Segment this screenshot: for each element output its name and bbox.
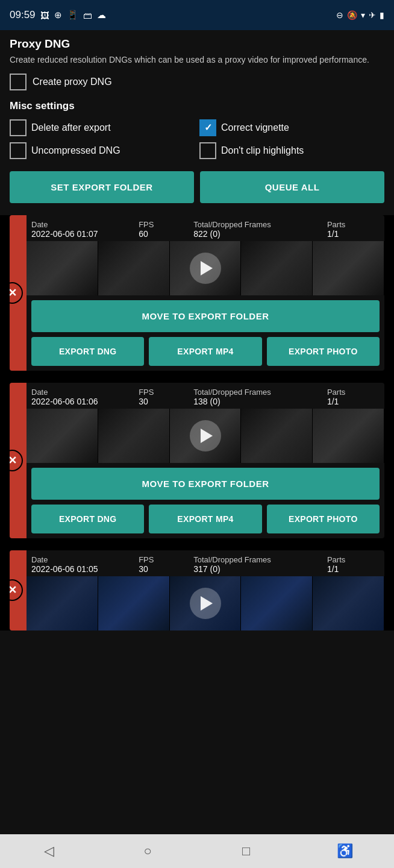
misc-item-dont-clip: Don't clip highlights [199,142,384,159]
status-right-icons: ⊖ 🔕 ▾ ✈ ▮ [336,11,384,19]
recordings-section: ✕ Date 2022-06-06 01:07 FPS 60 Total [0,215,394,631]
delete-after-checkbox[interactable] [10,119,27,136]
recording-card-2: ✕ Date 2022-06-06 01:06 FPS 30 Total [10,383,384,538]
frames-label-1: Total/Dropped Frames [193,220,325,229]
fps-value-3: 30 [139,564,191,574]
date-label-3: Date [31,555,136,564]
export-dng-button-2[interactable]: EXPORT DNG [31,505,144,533]
thumb-seg-3-2 [98,576,170,631]
parts-label-3: Parts [327,555,380,564]
proxy-dng-section: Proxy DNG Create reduced resolution DNGs… [10,37,384,90]
fps-value-2: 30 [139,397,191,406]
date-value-1: 2022-06-06 01:07 [31,229,136,239]
thumb-seg-1-4 [241,241,313,295]
frames-value-1: 822 (0) [193,229,325,239]
proxy-dng-title: Proxy DNG [10,37,384,51]
thumb-seg-2-2 [98,409,170,463]
card-header-3: Date 2022-06-06 01:05 FPS 30 Total/Dropp… [27,550,384,576]
move-to-export-folder-button-2[interactable]: MOVE TO EXPORT FOLDER [31,468,380,500]
dont-clip-label: Don't clip highlights [221,145,304,156]
home-nav-button[interactable]: ○ [133,837,162,866]
thumbnail-strip-1[interactable] [27,241,384,295]
export-button-row: SET EXPORT FOLDER QUEUE ALL [10,171,384,203]
status-bar: 09:59 🖼 ⊕ 📱 🗃 ☁ ⊖ 🔕 ▾ ✈ ▮ [0,0,394,30]
thumb-seg-2-5 [313,409,384,463]
thumb-seg-1-1 [27,241,98,295]
thumb-seg-2-1 [27,409,98,463]
recording-card-1: ✕ Date 2022-06-06 01:07 FPS 60 Total [10,215,384,371]
accessibility-nav-button[interactable]: ♿ [330,837,359,866]
status-phone-icon: 📱 [67,10,78,20]
back-nav-button[interactable]: ◁ [35,837,64,866]
correct-vignette-label: Correct vignette [221,122,289,133]
create-proxy-checkbox[interactable] [10,74,27,90]
parts-label-1: Parts [327,220,380,229]
status-time-area: 09:59 🖼 ⊕ 📱 🗃 ☁ [10,9,106,21]
close-x-icon-3: ✕ [10,585,17,596]
date-label-2: Date [31,388,136,397]
misc-item-uncompressed-dng: Uncompressed DNG [10,142,195,159]
status-image-icon: 🗃 [83,10,92,20]
card-buttons-2: MOVE TO EXPORT FOLDER EXPORT DNG EXPORT … [27,463,384,538]
date-value-3: 2022-06-06 01:05 [31,564,136,574]
export-mp4-button-1[interactable]: EXPORT MP4 [149,337,261,366]
play-triangle-icon-1 [201,261,213,275]
accessibility-icon: ♿ [337,843,353,859]
fps-label-1: FPS [139,220,191,229]
parts-value-3: 1/1 [327,564,380,574]
export-photo-button-2[interactable]: EXPORT PHOTO [267,505,380,533]
fps-label-3: FPS [139,555,191,564]
status-time: 09:59 [10,9,36,21]
home-icon: ○ [144,843,152,859]
main-content: Proxy DNG Create reduced resolution DNGs… [0,30,394,834]
thumb-seg-3-5 [313,576,384,631]
export-mp4-button-2[interactable]: EXPORT MP4 [149,505,261,533]
thumbnail-strip-2[interactable] [27,409,384,463]
uncompressed-dng-label: Uncompressed DNG [31,145,120,156]
frames-value-2: 138 (0) [193,397,325,406]
thumb-seg-2-4 [241,409,313,463]
thumb-seg-3-4 [241,576,313,631]
date-value-2: 2022-06-06 01:06 [31,397,136,406]
misc-item-correct-vignette: Correct vignette [199,119,384,136]
minus-circle-icon: ⊖ [336,11,343,19]
delete-after-label: Delete after export [31,122,111,133]
frames-label-3: Total/Dropped Frames [193,555,325,564]
export-dng-button-1[interactable]: EXPORT DNG [31,337,144,366]
export-photo-button-1[interactable]: EXPORT PHOTO [267,337,380,366]
thumb-seg-3-1 [27,576,98,631]
play-button-2[interactable] [190,420,221,451]
play-triangle-icon-3 [201,596,213,611]
misc-item-delete-after: Delete after export [10,119,195,136]
back-icon: ◁ [44,843,54,859]
airplane-icon: ✈ [369,11,376,19]
status-web-icon: ⊕ [54,10,62,20]
proxy-dng-desc: Create reduced resolution DNGs which can… [10,54,384,66]
uncompressed-dng-checkbox[interactable] [10,142,27,159]
fps-value-1: 60 [139,229,191,239]
set-export-folder-button[interactable]: SET EXPORT FOLDER [10,171,194,203]
battery-icon: ▮ [380,11,384,19]
close-x-icon-2: ✕ [10,455,17,466]
create-proxy-label: Create proxy DNG [33,77,112,87]
card-header-1: Date 2022-06-06 01:07 FPS 60 Total/Dropp… [27,215,384,241]
frames-label-2: Total/Dropped Frames [193,388,325,397]
export-row-1: EXPORT DNG EXPORT MP4 EXPORT PHOTO [31,337,380,366]
fps-label-2: FPS [139,388,191,397]
status-photo-icon: 🖼 [40,10,49,20]
misc-settings-title: Misc settings [10,100,384,112]
queue-all-button[interactable]: QUEUE ALL [200,171,384,203]
recents-nav-button[interactable]: □ [232,837,261,866]
correct-vignette-checkbox[interactable] [199,119,216,136]
play-button-1[interactable] [190,253,221,284]
export-row-2: EXPORT DNG EXPORT MP4 EXPORT PHOTO [31,505,380,533]
parts-value-1: 1/1 [327,229,380,239]
thumb-seg-1-5 [313,241,384,295]
misc-settings-section: Misc settings Delete after export Correc… [10,100,384,159]
move-to-export-folder-button-1[interactable]: MOVE TO EXPORT FOLDER [31,300,380,332]
close-x-icon-1: ✕ [10,288,17,298]
bell-muted-icon: 🔕 [347,11,357,19]
dont-clip-checkbox[interactable] [199,142,216,159]
play-button-3[interactable] [190,588,221,619]
thumbnail-strip-3[interactable] [27,576,384,631]
